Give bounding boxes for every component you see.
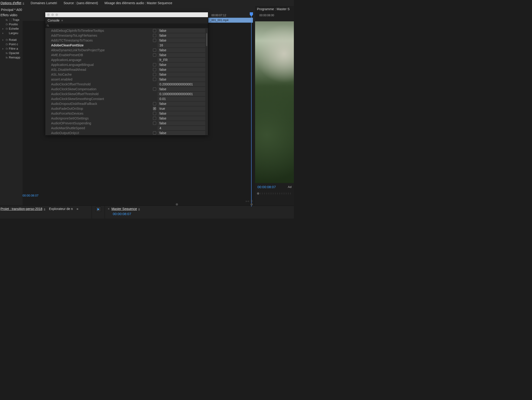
console-titlebar[interactable] bbox=[45, 12, 208, 17]
stopwatch-icon[interactable]: ◷ bbox=[5, 47, 8, 50]
console-list-row[interactable]: AddDebugClipInfoToTimelineTooltipsfalse bbox=[45, 28, 208, 33]
console-list-row[interactable]: AudioDropoutDiskReadFallbackfalse bbox=[45, 101, 208, 106]
tab-overflow[interactable]: » bbox=[76, 207, 78, 211]
console-checkbox[interactable] bbox=[153, 73, 156, 76]
stopwatch-icon[interactable]: ◷ bbox=[5, 27, 8, 30]
console-checkbox[interactable] bbox=[153, 49, 156, 52]
console-tab[interactable]: Console bbox=[48, 19, 59, 22]
play-only-icon[interactable]: ▹◃ bbox=[246, 199, 249, 203]
console-value-input[interactable]: false bbox=[158, 87, 205, 91]
console-value-input[interactable]: fr_FR bbox=[158, 58, 205, 62]
effect-antialias[interactable]: ›◷Filtre a bbox=[2, 46, 23, 51]
console-list-row[interactable]: AdobeCleanFontSize16 bbox=[45, 43, 208, 48]
console-list-row[interactable]: AudioFadeOutOnStop✓true bbox=[45, 106, 208, 111]
effect-rotation[interactable]: ›◷Rotati bbox=[2, 38, 23, 42]
console-value-input[interactable]: false bbox=[158, 33, 205, 38]
tab-lumetri[interactable]: Domaines Lumetri bbox=[31, 1, 57, 5]
console-list-row[interactable]: AllowDynamicLinkToOwnProjectTypefalse bbox=[45, 48, 208, 52]
console-checkbox[interactable] bbox=[153, 88, 156, 91]
console-value-input[interactable]: false bbox=[158, 77, 205, 81]
console-value-input[interactable]: true bbox=[158, 106, 205, 111]
tab-project[interactable]: Projet : transition-perso-2018 ≡ bbox=[0, 207, 45, 211]
console-list-row[interactable]: assert.enabledfalse bbox=[45, 77, 208, 82]
program-timecode[interactable]: 00:00:08:07 bbox=[257, 185, 276, 189]
program-scrubbar[interactable] bbox=[255, 191, 294, 196]
console-value-input[interactable]: 0.01 bbox=[158, 97, 205, 101]
scroll-handle-right[interactable] bbox=[250, 203, 253, 206]
console-list-row[interactable]: AudioMaxShuttleSpeed4 bbox=[45, 125, 208, 130]
close-sequence-button[interactable]: × bbox=[108, 207, 110, 211]
sequence-timecode[interactable]: 00:00:08:07 bbox=[108, 212, 294, 216]
export-frame-icon[interactable]: ⎘ bbox=[251, 199, 253, 203]
console-value-input[interactable]: false bbox=[158, 53, 205, 57]
console-list-row[interactable]: AddTimestampToLogFileNamesfalse bbox=[45, 33, 208, 38]
console-value-input[interactable]: false bbox=[158, 111, 205, 116]
program-preview[interactable] bbox=[255, 21, 294, 183]
console-checkbox[interactable]: ✓ bbox=[153, 107, 156, 110]
console-list-row[interactable]: ASL.DisableReadAheadfalse bbox=[45, 67, 208, 72]
tab-effect-options[interactable]: Options d'effet ≡ bbox=[0, 1, 24, 5]
console-value-input[interactable]: false bbox=[158, 121, 205, 125]
console-value-input[interactable]: false bbox=[158, 68, 205, 72]
console-value-input[interactable]: false bbox=[158, 131, 205, 135]
console-checkbox[interactable] bbox=[153, 102, 156, 105]
window-close-icon[interactable] bbox=[47, 13, 50, 16]
tab-audio-mix[interactable]: Mixage des éléments audio : Master Seque… bbox=[104, 1, 172, 5]
chevron-right-icon[interactable]: › bbox=[2, 38, 5, 42]
console-checkbox[interactable] bbox=[153, 112, 156, 115]
console-list-row[interactable]: AudioClockOffsetThreshold0.2000000000000… bbox=[45, 82, 208, 87]
console-checkbox[interactable] bbox=[153, 117, 156, 120]
timeline-clip[interactable]: _001_001.mp4 bbox=[208, 18, 253, 23]
effect-scale[interactable]: ›◷Echelle bbox=[2, 26, 23, 31]
hamburger-icon[interactable]: ≡ bbox=[44, 207, 45, 210]
console-checkbox[interactable] bbox=[153, 34, 156, 37]
console-value-input[interactable]: false bbox=[158, 29, 205, 33]
console-checkbox[interactable] bbox=[153, 131, 156, 135]
tab-program-monitor[interactable]: Programme : Master S bbox=[255, 6, 294, 12]
window-zoom-icon[interactable] bbox=[56, 13, 58, 16]
console-list-row[interactable]: AddUTCTimestampToTracesfalse bbox=[45, 38, 208, 43]
hamburger-icon[interactable]: ≡ bbox=[138, 207, 140, 210]
console-list-row[interactable]: AudioClockSkewSmoothingConstant0.01 bbox=[45, 96, 208, 101]
stopwatch-icon[interactable]: ◷ bbox=[5, 23, 8, 26]
console-list-row[interactable]: AudioClockSkewOffsetThreshold0.100000000… bbox=[45, 91, 208, 96]
console-value-input[interactable]: false bbox=[158, 72, 205, 77]
effect-position[interactable]: ◷Positio bbox=[2, 22, 23, 26]
scroll-handle-left[interactable] bbox=[176, 203, 178, 206]
hamburger-icon[interactable]: ≡ bbox=[23, 2, 24, 4]
console-list-row[interactable]: AudioForceNoDevicesfalse bbox=[45, 111, 208, 116]
tab-media-browser[interactable]: Explorateur de n bbox=[49, 207, 73, 211]
effect-scale-width[interactable]: ›Largeu bbox=[2, 31, 23, 35]
console-list-row[interactable]: ASL.NoCachefalse bbox=[45, 72, 208, 77]
tab-master-sequence[interactable]: Master Sequence ≡ bbox=[111, 207, 140, 211]
effect-anchor[interactable]: ◷Point c bbox=[2, 42, 23, 46]
console-checkbox[interactable] bbox=[153, 53, 156, 57]
tab-source[interactable]: Source : (sans élément) bbox=[63, 1, 98, 5]
effects-timeline-scrollbar[interactable] bbox=[176, 203, 253, 206]
effect-remap[interactable]: fxRemapp bbox=[2, 55, 23, 60]
effect-opacity[interactable]: fxOpacité bbox=[2, 51, 23, 55]
chevron-right-icon[interactable]: › bbox=[2, 47, 5, 50]
console-value-input[interactable]: false bbox=[158, 63, 205, 67]
console-checkbox[interactable] bbox=[153, 122, 156, 125]
hamburger-icon[interactable]: ≡ bbox=[61, 19, 63, 22]
stopwatch-icon[interactable]: ◷ bbox=[5, 38, 8, 41]
console-list-row[interactable]: AudioClockSkewCompensationfalse bbox=[45, 87, 208, 91]
console-value-input[interactable]: false bbox=[158, 102, 205, 106]
console-value-input[interactable]: 16 bbox=[158, 43, 205, 47]
console-value-input[interactable]: false bbox=[158, 38, 205, 43]
console-list-row[interactable]: AudioOutputOnlyUIfalse bbox=[45, 130, 208, 135]
window-minimize-icon[interactable] bbox=[51, 13, 54, 16]
principal-clip-label[interactable]: Principal * A00 bbox=[0, 7, 23, 12]
console-value-input[interactable]: 0.20000000000000001 bbox=[158, 82, 205, 86]
console-checkbox[interactable] bbox=[153, 39, 156, 42]
console-list-row[interactable]: AME.EnablePresetDBfalse bbox=[45, 52, 208, 57]
play-toggle-button[interactable] bbox=[96, 207, 101, 212]
scrub-handle-icon[interactable] bbox=[257, 192, 259, 195]
console-list-row[interactable]: ApplicationLanguagefr_FR bbox=[45, 57, 208, 62]
console-checkbox[interactable] bbox=[153, 63, 156, 66]
stopwatch-icon[interactable]: ◷ bbox=[5, 43, 8, 46]
chevron-right-icon[interactable]: › bbox=[2, 27, 5, 30]
console-checkbox[interactable] bbox=[153, 29, 156, 32]
console-value-input[interactable]: 0.10000000000000001 bbox=[158, 92, 205, 96]
